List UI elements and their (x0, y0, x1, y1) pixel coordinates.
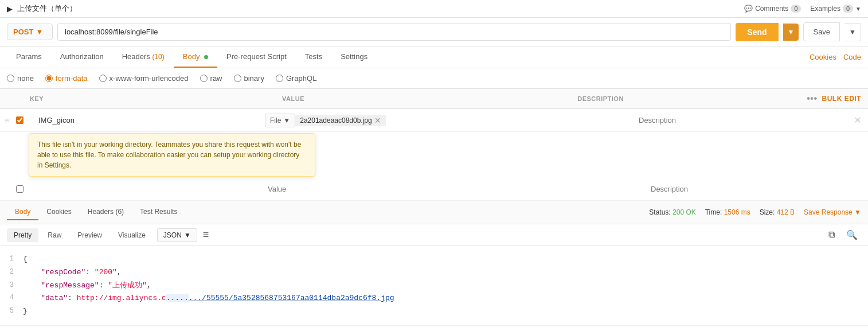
bulk-edit-button[interactable]: Bulk Edit (822, 95, 862, 103)
json-key-respcode: "respCode" (41, 268, 85, 277)
empty-checkbox-container (16, 185, 33, 193)
line-num-5: 5 (0, 306, 23, 318)
tab-authorization[interactable]: Authorization (51, 46, 113, 68)
response-tab-headers-label: Headers (6) (88, 208, 124, 216)
desc-column-header: DESCRIPTION (577, 95, 807, 102)
top-bar: ▶ 上传文件（单个） 💬 Comments 0 Examples 0 ▼ (0, 0, 868, 18)
tab-body[interactable]: Body (174, 46, 217, 68)
more-options-icon[interactable]: ••• (807, 94, 817, 104)
response-tab-test-label: Test Results (140, 208, 177, 216)
tab-authorization-label: Authorization (60, 52, 104, 61)
radio-raw-input[interactable] (200, 75, 208, 82)
examples-label: Examples (810, 5, 840, 13)
value-tag: 2a201adeaac08d0b.jpg ✕ (295, 115, 385, 126)
save-button[interactable]: Save (803, 22, 840, 41)
line-num-1: 1 (0, 254, 23, 266)
tab-pre-request[interactable]: Pre-request Script (217, 46, 296, 68)
tab-params[interactable]: Params (7, 46, 51, 68)
radio-url-encoded-input[interactable] (99, 75, 107, 82)
send-label: Send (747, 28, 767, 37)
warning-text: This file isn't in your working director… (37, 141, 301, 169)
format-tab-raw[interactable]: Raw (41, 228, 68, 242)
headers-badge: (10) (152, 53, 164, 61)
save-response-button[interactable]: Save Response ▼ (804, 208, 861, 216)
json-key-data: "data" (41, 294, 68, 302)
radio-binary-input[interactable] (234, 75, 241, 82)
json-key-respmsg: "respMessage" (41, 281, 99, 290)
format-tab-pretty[interactable]: Pretty (7, 228, 38, 242)
kv-table-header: KEY VALUE DESCRIPTION ••• Bulk Edit (0, 89, 868, 109)
tab-pre-request-label: Pre-request Script (226, 52, 287, 61)
response-tab-body[interactable]: Body (7, 204, 38, 220)
tab-tests[interactable]: Tests (296, 46, 331, 68)
format-bar-right: ⧉ 🔍 (825, 228, 861, 242)
response-tab-cookies[interactable]: Cookies (38, 204, 79, 220)
tab-headers[interactable]: Headers (10) (113, 46, 174, 68)
response-tab-headers[interactable]: Headers (6) (80, 204, 132, 220)
wrap-button[interactable]: ≡ (203, 229, 209, 241)
format-tab-preview[interactable]: Preview (71, 228, 109, 242)
title-text: 上传文件（单个） (17, 3, 77, 14)
json-colon-1: : (85, 268, 95, 277)
line-num-2: 2 (0, 267, 23, 279)
send-dropdown-button[interactable]: ▼ (783, 24, 799, 41)
json-brace-close: } (23, 306, 28, 318)
row-checkbox[interactable] (16, 116, 24, 124)
radio-raw[interactable]: raw (200, 74, 222, 83)
key-input[interactable] (33, 112, 263, 128)
empty-value-area (263, 181, 646, 197)
radio-raw-label: raw (210, 74, 222, 83)
empty-key-input[interactable] (33, 181, 263, 197)
json-format-select[interactable]: JSON ▼ (157, 228, 197, 242)
tab-settings-label: Settings (341, 52, 367, 61)
table-row-empty (0, 178, 868, 201)
tab-tests-label: Tests (305, 52, 322, 61)
remove-tag-button[interactable]: ✕ (374, 116, 381, 124)
tabs-right-links: Cookies Code (810, 53, 861, 61)
search-icon[interactable]: 🔍 (843, 228, 861, 242)
remove-row-button[interactable]: ✕ (851, 115, 863, 126)
url-input[interactable] (57, 23, 731, 41)
method-chevron-icon: ▼ (36, 28, 43, 36)
radio-graphql[interactable]: GraphQL (276, 74, 316, 83)
code-link[interactable]: Code (843, 53, 861, 61)
chevron-down-icon: ▼ (855, 6, 861, 12)
size-value: 412 B (777, 208, 795, 216)
tab-settings[interactable]: Settings (331, 46, 377, 68)
format-tab-visualize[interactable]: Visualize (111, 228, 153, 242)
json-data-link[interactable]: .../55555/5a3528568753167aa0114dba2a9dc6… (189, 294, 394, 302)
description-input[interactable] (634, 112, 851, 128)
radio-form-data-input[interactable] (45, 75, 53, 82)
radio-none[interactable]: none (7, 74, 34, 83)
send-button[interactable]: Send (736, 23, 778, 41)
tab-params-label: Params (16, 52, 42, 61)
body-type-row: none form-data x-www-form-urlencoded raw… (0, 68, 868, 89)
response-tabs: Body Cookies Headers (6) Test Results (7, 204, 185, 220)
empty-value-input[interactable] (263, 181, 646, 197)
radio-none-input[interactable] (7, 75, 14, 82)
comments-button[interactable]: 💬 Comments 0 (744, 5, 801, 13)
file-type-select[interactable]: File ▼ (265, 114, 295, 127)
examples-button[interactable]: Examples 0 ▼ (810, 5, 861, 13)
url-bar: POST ▼ Send ▼ Save ▼ (0, 18, 868, 46)
empty-desc-input[interactable] (646, 181, 863, 197)
cookies-link[interactable]: Cookies (810, 53, 836, 61)
value-area: 2a201adeaac08d0b.jpg ✕ (295, 115, 634, 126)
radio-none-label: none (17, 74, 34, 83)
expand-icon[interactable]: ▶ (7, 5, 13, 13)
file-type-label: File (270, 116, 281, 124)
request-title: ▶ 上传文件（单个） (7, 3, 77, 14)
save-dropdown-button[interactable]: ▼ (844, 23, 861, 41)
copy-icon[interactable]: ⧉ (825, 228, 838, 242)
radio-form-data[interactable]: form-data (45, 74, 88, 83)
radio-graphql-input[interactable] (276, 75, 283, 82)
radio-binary[interactable]: binary (234, 74, 264, 83)
response-tab-body-label: Body (15, 208, 30, 216)
method-select[interactable]: POST ▼ (7, 24, 53, 40)
json-format-chevron-icon: ▼ (184, 231, 191, 239)
json-format-label: JSON (163, 231, 182, 239)
response-tab-test-results[interactable]: Test Results (132, 204, 185, 220)
empty-row-checkbox[interactable] (16, 185, 24, 193)
drag-handle-icon[interactable]: ≡ (5, 116, 14, 125)
radio-url-encoded[interactable]: x-www-form-urlencoded (99, 74, 189, 83)
